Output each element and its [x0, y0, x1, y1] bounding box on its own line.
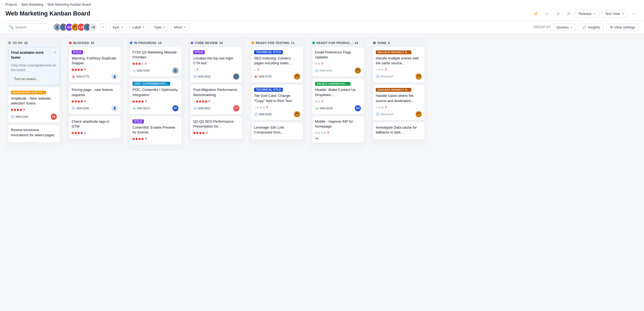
card-t2[interactable]: TECHNICAL KTLOTile Grid Card: Change "Co… [251, 85, 303, 120]
more-options-button[interactable]: ··· [630, 10, 639, 18]
priority-up-icon-c1: ⇈ [23, 108, 26, 112]
card-b1[interactable]: KTLOWarning: FullStory Duplicate Snippet… [69, 47, 121, 82]
card-ip3[interactable]: KTLOContentful: Enable Preview for Event… [130, 116, 181, 145]
close-icon[interactable]: ✕ [53, 50, 57, 55]
col-title-testing: READY FOR TESTING [256, 41, 289, 45]
view-settings-label: View settings [614, 25, 635, 29]
col-count-blocked: 10 [91, 41, 94, 45]
test-view-dropdown[interactable]: Test View ▼ [602, 10, 628, 18]
card-cr1[interactable]: KTLOLocalize the top nav login CTA text⑃… [191, 47, 242, 82]
card-c1[interactable]: REARCHITECT SITE TR...Amplitude - New 'w… [8, 87, 60, 123]
star-button[interactable]: ☆ [542, 9, 551, 18]
column-inprogress: IN PROGRESS 14FY25 Q3 Marketing Website … [127, 38, 184, 150]
dot [202, 100, 204, 103]
dot [193, 132, 195, 134]
card-meta-row-t1: ⑃⇈ [254, 68, 300, 72]
card-pr2[interactable]: ENABLE CONTENTFUL ...Header: Make Contac… [312, 79, 364, 114]
breadcrumb-kanban[interactable]: Web Marketing Kanban Board [48, 3, 91, 7]
col-count-prodready: 24 [355, 41, 358, 45]
card-b2[interactable]: Pricing page - new feature requests⇈ ✓ W… [69, 85, 121, 114]
card-title-d3: Investigate Data cache for fallbacks in … [376, 125, 422, 135]
dot [75, 100, 77, 103]
merge-icon-t1: ⑃ [254, 68, 256, 72]
release-dropdown[interactable]: Release ▼ [575, 10, 599, 18]
priority-up-icon-pr1: ⇈ [321, 62, 324, 66]
dot [318, 63, 320, 65]
wm-badge-t1: ▶ WM-6725 [254, 75, 272, 78]
expand-button[interactable]: ⤢ [564, 9, 573, 18]
dot [199, 100, 201, 103]
dot [20, 109, 22, 111]
col-header-prodready: READY FOR PRODUC... 24 [312, 41, 364, 45]
card-highlight[interactable]: Find available work faster ✕ Only show u… [8, 47, 60, 85]
card-tag-t1: TECHNICAL KTLO [254, 50, 283, 54]
card-cr3[interactable]: Q2-Q3 SEO Performance Presentation for..… [191, 116, 242, 139]
dot [318, 100, 320, 103]
dot [72, 69, 74, 71]
card-tag-cr1: KTLO [193, 50, 205, 54]
priority-up-icon-pr3: ⇈ [327, 131, 330, 135]
card-title-pr1: Email Preference Page Updates [315, 50, 361, 60]
priority-up-icon-ip1: ⇈ [144, 62, 147, 66]
lightning-button[interactable]: ⚡ [532, 9, 540, 18]
wm-badge-c1: ✓ WM-5364 [11, 115, 29, 119]
priority-up-icon-cr1: ⇈ [196, 68, 199, 72]
breadcrumb-projects[interactable]: Projects [5, 3, 17, 7]
search-icon: 🔍 [9, 25, 14, 29]
queries-dropdown[interactable]: Queries ▼ [553, 24, 576, 31]
more-filter[interactable]: More ▼ [171, 24, 189, 31]
dot [14, 109, 16, 111]
card-d1[interactable]: ENHANCE REDIRECT M...Handle multiple ent… [373, 47, 425, 82]
dot [75, 69, 77, 71]
search-box[interactable]: 🔍 [5, 23, 49, 31]
wm-icon-t2: ✓ [254, 112, 258, 116]
wm-badge-cr1: ✓ WM-6902 [193, 75, 211, 78]
card-meta-row-ip2: ⇈ [132, 100, 179, 103]
card-tag-d1: ENHANCE REDIRECT M... [376, 50, 411, 54]
test-view-chevron-icon: ▼ [622, 12, 624, 15]
card-title-t3: Leverage i18n Link Component from... [254, 125, 300, 135]
share-button[interactable]: ↗ [553, 9, 562, 18]
col-header-blocked: BLOCKED 10 [69, 41, 121, 45]
card-meta-row-b2: ⇈ [72, 100, 118, 103]
insights-label: Insights [588, 25, 600, 29]
label-filter[interactable]: Label ▼ [129, 24, 148, 31]
card-t1[interactable]: TECHNICAL KTLOSEO Indexing: Careers page… [251, 47, 303, 82]
card-d2[interactable]: ENHANCE REDIRECT M...Handle cases where … [373, 85, 425, 120]
insights-button[interactable]: 📈 Insights [579, 24, 604, 31]
type-filter[interactable]: Type ▼ [151, 24, 168, 31]
card-pr1[interactable]: Email Preference Page Updates⇈ ✓ WM-4305… [312, 47, 364, 77]
card-meta-row-d1: ⑃⇈ [376, 68, 422, 72]
dot [321, 132, 323, 134]
card-ip2[interactable]: CRO / EXPERIMENTATI...POC: Contentful / … [130, 79, 181, 114]
card-footer-b2: ✓ WM-5396 👤 [72, 105, 118, 112]
turn-on-button[interactable]: Turn on unassi... [11, 76, 41, 82]
card-b3[interactable]: Check amplitude tags in GTM⇊ [69, 116, 121, 139]
dot [141, 100, 144, 103]
card-ip1[interactable]: FY25 Q3 Marketing Website Priorities⇈ ≡ … [130, 47, 181, 77]
card-subtitle-highlight: Only show unassigned work on the board. [11, 63, 57, 72]
avatar-extra-count[interactable]: +9 [89, 23, 97, 31]
view-settings-button[interactable]: ⚙ View settings [606, 24, 639, 31]
priority-up-icon-pr2: ⇈ [321, 100, 324, 103]
card-meta-row-cr2: ⑃⇈ [193, 100, 239, 103]
breadcrumb-web-marketing[interactable]: Web Marketing [21, 3, 43, 7]
epic-filter[interactable]: Epic ▼ [110, 24, 127, 31]
add-member-button[interactable]: + [99, 23, 107, 31]
card-t3[interactable]: Leverage i18n Link Component from... [251, 122, 303, 140]
card-pr3[interactable]: Mobile - Improve INP for homepage⇈☁ [312, 116, 364, 143]
priority-up-icon-ip2: ⇈ [144, 100, 147, 103]
search-input[interactable] [15, 25, 42, 29]
card-footer-c1: ✓ WM-5364 VK [11, 113, 57, 120]
dot [378, 69, 381, 71]
dot [141, 138, 144, 140]
top-header: Projects / Web Marketing / Web Marketing… [0, 0, 644, 21]
kanban-board: TO DO 16 Find available work faster ✕ On… [0, 34, 644, 299]
card-cr2[interactable]: Post-Migration Performance Benchmarking⑃… [191, 85, 242, 114]
priority-up-icon-ip3: ⇈ [144, 137, 147, 141]
card-c2[interactable]: Review excessive invocations for select … [8, 125, 60, 142]
wm-icon-ip2: ▲ [132, 106, 136, 110]
wm-badge-ip1: ≡ WM-6387 [132, 69, 150, 72]
priority-up-icon-b1: ⇈ [84, 68, 86, 72]
card-d3[interactable]: Investigate Data cache for fallbacks in … [373, 122, 425, 140]
